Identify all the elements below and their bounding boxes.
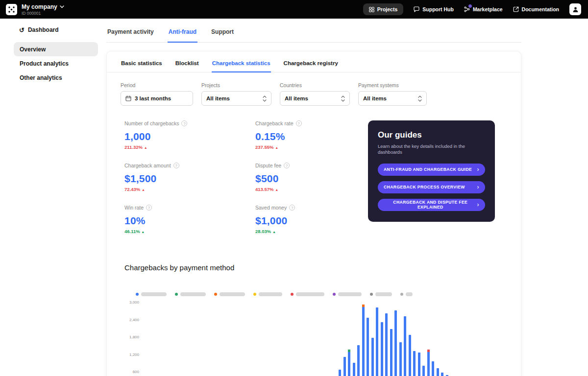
tab-payment-activity[interactable]: Payment activity [106,24,155,43]
legend-dot-icon [291,293,294,296]
chevron-right-icon: › [477,184,479,190]
support-hub-button[interactable]: Support Hub [414,6,454,12]
projects-filter-label: Projects [201,82,271,88]
main-content: Payment activity Anti-fraud Support Basi… [100,19,588,376]
legend-item[interactable] [175,292,206,296]
dashboard-label: Dashboard [28,26,59,33]
marketplace-badge [468,4,472,8]
trend-up-icon: ▲ [141,230,145,234]
sidebar-item-overview[interactable]: Overview [14,42,98,56]
select-chevrons-icon [341,95,345,102]
stat-delta: 211.32% ▲ [124,144,255,150]
user-avatar-button[interactable] [569,3,581,15]
help-icon[interactable]: ? [173,163,179,168]
y-axis-tick: 1,800 [129,335,139,339]
legend-label [141,292,167,296]
bar: 2023 [441,373,443,376]
help-icon[interactable]: ? [284,163,290,168]
subtab-basic-statistics[interactable]: Basic statistics [121,58,163,72]
stat-value: $500 [255,173,368,185]
stats-grid: Number of chargebacks? 1,000 211.32% ▲ C… [124,120,368,247]
user-icon [572,6,579,13]
company-logo-icon[interactable] [6,4,17,15]
chart-title: Chargebacks by payment method [124,263,507,272]
marketplace-button[interactable]: Marketplace [464,6,503,12]
bar: 2023 [357,345,360,376]
statistics-subtabs: Basic statistics Blocklist Chargeback st… [107,51,521,72]
stat-value: 1,000 [124,131,255,142]
bar-segment [427,350,430,352]
stat-dispute-fee: Dispute fee? $500 413.57% ▲ [255,163,368,205]
subtab-blocklist[interactable]: Blocklist [175,58,199,72]
legend-dot-icon [175,293,178,296]
guides-subtitle: Learn about the key details included in … [378,143,485,156]
stat-delta: 72.43% ▲ [124,187,255,192]
sidebar-item-product-analytics[interactable]: Product analytics [14,56,98,70]
tab-anti-fraud[interactable]: Anti-fraud [168,24,197,43]
legend-label [338,292,362,296]
bar: 2023 [418,352,420,376]
subtab-chargeback-registry[interactable]: Chargeback registry [283,58,339,72]
stat-saved-money: Saved money? $1,000 28.03% ▲ [255,205,368,247]
grid-icon [369,7,374,12]
payment-systems-value: All items [363,95,415,101]
legend-dot-icon [253,293,256,296]
sidebar-item-other-analytics[interactable]: Other analytics [14,70,98,85]
legend-item[interactable] [291,292,324,296]
stat-label: Dispute fee [255,163,281,168]
guide-process-overview-button[interactable]: CHARGEBACK PROCESS OVERVIEW› [378,181,485,193]
bar: 2023 [339,370,341,376]
bar: 2023 [367,318,369,376]
bar: 2023 [437,368,439,376]
help-icon[interactable]: ? [181,120,187,126]
stat-value: 10% [124,215,255,227]
subtab-chargeback-statistics[interactable]: Chargeback statistics [212,58,271,72]
legend-item[interactable] [400,292,413,296]
guide-anti-fraud-button[interactable]: ANTI-FRAUD AND CHARGEBACK GUIDE› [378,164,485,176]
projects-select[interactable]: All items [201,91,271,106]
sidebar-dashboard-header[interactable]: ↺ Dashboard [19,26,100,33]
legend-item[interactable] [370,292,392,296]
stat-delta: 28.03% ▲ [255,229,368,234]
stat-label: Win rate [124,205,144,211]
bar: 2023 [404,316,406,376]
chart-legend [136,292,507,296]
legend-label [220,292,245,296]
company-switcher[interactable]: My company ID 000001 [22,3,64,16]
guide-dispute-fee-button[interactable]: CHARGEBACK AND DISPUTE FEE EXPLAINED› [378,199,485,211]
help-icon[interactable]: ? [296,120,302,126]
bar: 2023 [371,338,374,376]
stat-value: 0.15% [255,131,368,142]
legend-item[interactable] [136,292,167,296]
legend-item[interactable] [253,292,282,296]
legend-item[interactable] [214,292,245,296]
trend-up-icon: ▲ [144,146,147,149]
company-id: ID 000001 [22,11,64,16]
payment-systems-select[interactable]: All items [358,91,427,106]
tab-support[interactable]: Support [210,24,235,43]
stat-chargeback-amount: Chargeback amount? $1,500 72.43% ▲ [124,163,255,205]
bar: 2023 [390,329,392,376]
legend-dot-icon [136,293,139,296]
legend-label [375,292,392,296]
bar-segment [348,350,350,352]
sidebar-item-label: Overview [20,46,46,53]
documentation-button[interactable]: Documentation [513,6,559,12]
stat-value: $1,500 [124,173,255,185]
y-axis-tick: 600 [133,370,139,374]
bar: 2023 [399,342,402,376]
sidebar-item-label: Other analytics [20,74,62,81]
help-icon[interactable]: ? [289,205,295,211]
projects-button[interactable]: Projects [363,3,403,15]
chart-plot: 2023202320232023202320232023202320232023… [143,302,504,376]
legend-label [296,292,324,296]
help-icon[interactable]: ? [146,205,152,211]
countries-filter-label: Countries [280,82,350,88]
stat-win-rate: Win rate? 10% 46.11% ▲ [124,205,255,247]
countries-value: All items [285,95,338,101]
stat-delta: 46.11% ▲ [124,229,255,234]
period-input[interactable]: 3 last months [121,91,193,106]
countries-select[interactable]: All items [280,91,350,106]
logo-dots-icon [8,6,15,13]
legend-item[interactable] [333,292,362,296]
